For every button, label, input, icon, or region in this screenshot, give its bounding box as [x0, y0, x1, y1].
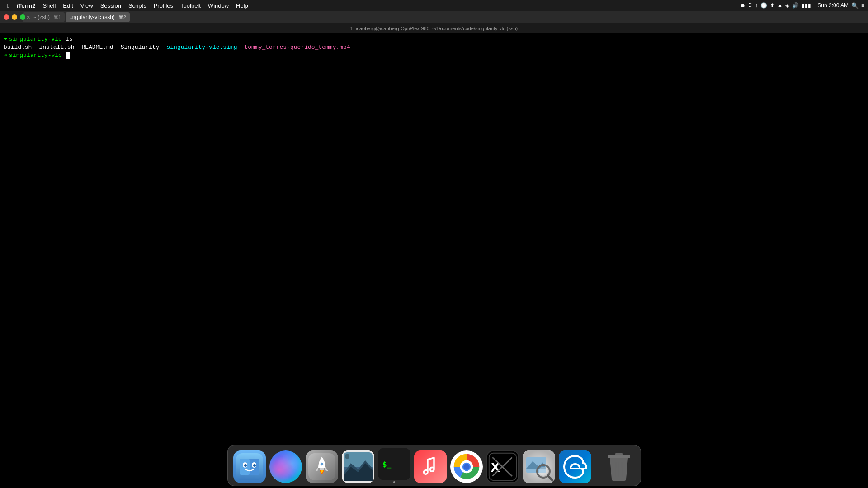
- menubar:  iTerm2 Shell Edit View Session Scripts…: [0, 0, 868, 11]
- tab-2-label: ..ngularity-vlc (ssh): [69, 14, 115, 20]
- file-singularity: Singularity: [121, 43, 160, 52]
- svg-point-36: [539, 467, 548, 476]
- menu-profiles[interactable]: Profiles: [150, 0, 177, 11]
- terminal-line-3: ➜ singularity-vlc: [4, 52, 864, 60]
- svg-point-7: [253, 464, 256, 467]
- dock-terminal-app[interactable]: $_: [378, 448, 410, 483]
- tab-1-shortcut: ⌘1: [53, 14, 61, 20]
- notification-icon[interactable]: ≡: [861, 2, 864, 9]
- dock-separator: [597, 452, 597, 479]
- menu-view[interactable]: View: [77, 0, 97, 11]
- volume-icon: 🔊: [792, 2, 799, 9]
- menubar-right: ⏺ ⠿ ↑ 🕐 ⬆ ▲ ◈ 🔊 ▮▮▮ Sun 2:00 AM 🔍 ≡: [740, 2, 864, 9]
- music-icon: [414, 450, 447, 483]
- siri-icon: [269, 450, 302, 483]
- terminal-running-dot: [393, 481, 395, 483]
- dock-photos-browser[interactable]: [342, 450, 374, 483]
- window-title: 1. icaoberg@icaoberg-OptiPlex-980: ~/Doc…: [350, 26, 518, 31]
- menu-help[interactable]: Help: [232, 0, 252, 11]
- cursor: [66, 52, 70, 59]
- launchpad-icon: [306, 450, 338, 483]
- dock-image-capture[interactable]: [523, 450, 555, 483]
- file-simg: singularity-vlc.simg: [166, 43, 237, 52]
- terminal-content[interactable]: ➜ singularity-vlc ls build.sh install.sh…: [0, 33, 868, 438]
- menu-edit[interactable]: Edit: [59, 0, 76, 11]
- tab-close-btn[interactable]: ✕: [26, 14, 30, 20]
- dock-finder[interactable]: [233, 450, 266, 483]
- minimize-button[interactable]: [12, 14, 17, 20]
- time-machine-icon: 🕐: [760, 2, 767, 9]
- prompt-arrow-1: ➜: [4, 35, 7, 43]
- prompt-dir-2: singularity-vlc: [9, 52, 62, 60]
- menu-session[interactable]: Session: [97, 0, 125, 11]
- clock: Sun 2:00 AM: [817, 2, 849, 9]
- file-build-sh: build.sh: [4, 43, 32, 52]
- svg-rect-40: [615, 453, 623, 455]
- svg-text:$_: $_: [382, 460, 392, 469]
- tabbar: ✕ ~ (zsh) ⌘1 ..ngularity-vlc (ssh) ⌘2: [0, 11, 868, 23]
- apple-menu[interactable]: : [4, 0, 13, 11]
- cloudup-icon: ↑: [755, 2, 758, 9]
- menu-shell[interactable]: Shell: [39, 0, 59, 11]
- svg-rect-22: [414, 450, 447, 483]
- dock-background: $_: [227, 445, 641, 486]
- tab-1[interactable]: ✕ ~ (zsh) ⌘1: [23, 12, 65, 22]
- menu-window[interactable]: Window: [204, 0, 232, 11]
- x11-icon: X: [486, 450, 519, 483]
- close-button[interactable]: [4, 14, 9, 20]
- tab-2-shortcut: ⌘2: [118, 14, 126, 20]
- dock: $_: [0, 438, 868, 488]
- tab-1-label: ~ (zsh): [33, 14, 50, 20]
- menubar-left:  iTerm2 Shell Edit View Session Scripts…: [4, 0, 252, 11]
- menu-iterm2[interactable]: iTerm2: [13, 0, 39, 11]
- image-capture-icon: [523, 450, 555, 483]
- photos-browser-icon: [342, 450, 374, 483]
- terminal-output-1: build.sh install.sh README.md Singularit…: [4, 43, 864, 52]
- dock-x11[interactable]: X: [486, 450, 519, 483]
- svg-point-11: [320, 462, 324, 466]
- record-icon: ⏺: [740, 2, 745, 9]
- trash-icon: [603, 450, 635, 483]
- dock-chrome[interactable]: [450, 450, 483, 483]
- traffic-lights: [4, 14, 25, 20]
- wifi-icon: ▲: [777, 2, 783, 9]
- svg-text:X: X: [491, 460, 500, 474]
- menu-toolbelt[interactable]: Toolbelt: [177, 0, 204, 11]
- file-install-sh: install.sh: [39, 43, 74, 52]
- dock-launchpad[interactable]: [306, 450, 338, 483]
- battery-icon: ▮▮▮: [802, 2, 811, 9]
- prompt-arrow-2: ➜: [4, 52, 7, 60]
- edge-icon: [559, 450, 591, 483]
- svg-point-9: [255, 465, 255, 465]
- dock-siri[interactable]: [269, 450, 302, 483]
- file-mp4: tommy_torres-querido_tommy.mp4: [245, 43, 350, 52]
- tab-list: ✕ ~ (zsh) ⌘1 ..ngularity-vlc (ssh) ⌘2: [23, 12, 130, 22]
- grid-icon: ⠿: [748, 2, 752, 9]
- svg-point-8: [245, 465, 246, 465]
- prompt-dir-1: singularity-vlc: [9, 35, 62, 43]
- svg-point-6: [244, 464, 247, 467]
- svg-point-26: [463, 464, 469, 469]
- network-icon: ⬆: [770, 2, 774, 9]
- bluetooth-icon: ◈: [785, 2, 789, 9]
- dock-edge[interactable]: [559, 450, 591, 483]
- svg-rect-12: [320, 468, 324, 470]
- menu-scripts[interactable]: Scripts: [125, 0, 150, 11]
- terminal-line-1: ➜ singularity-vlc ls: [4, 35, 864, 43]
- file-readme-md: README.md: [81, 43, 113, 52]
- maximize-button[interactable]: [20, 14, 25, 20]
- command-1: ls: [66, 35, 73, 43]
- titlebar: 1. icaoberg@icaoberg-OptiPlex-980: ~/Doc…: [0, 23, 868, 33]
- terminal-app-icon: $_: [378, 448, 410, 480]
- dock-music[interactable]: [414, 450, 447, 483]
- chrome-icon: [450, 450, 483, 483]
- window-chrome: ✕ ~ (zsh) ⌘1 ..ngularity-vlc (ssh) ⌘2 1.…: [0, 11, 868, 33]
- tab-2[interactable]: ..ngularity-vlc (ssh) ⌘2: [66, 12, 130, 22]
- svg-rect-19: [345, 454, 349, 459]
- dock-trash[interactable]: [603, 450, 635, 483]
- finder-icon: [233, 450, 266, 483]
- spotlight-icon[interactable]: 🔍: [851, 2, 859, 9]
